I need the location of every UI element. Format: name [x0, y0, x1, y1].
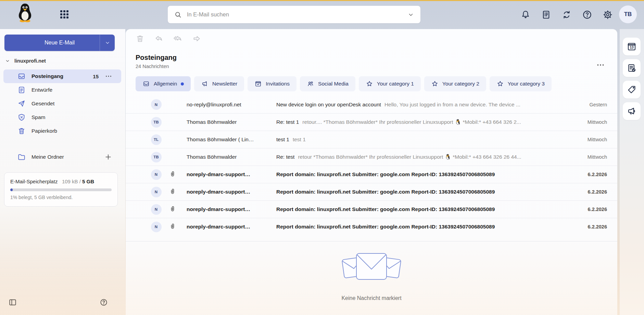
storage-quota-card: E-Mail-Speicherplatz 109 kB / 5 GB 1% be… [4, 172, 118, 207]
inbox-icon [17, 72, 26, 81]
sender-avatar: N [151, 222, 162, 232]
email-row[interactable]: Nno-reply@linuxprofi.netNew device login… [126, 96, 617, 113]
tab-your-category-3[interactable]: Your category 3 [490, 76, 552, 91]
tab-invitations[interactable]: Invitations [248, 76, 296, 91]
tab-allgemein[interactable]: Allgemein [136, 76, 191, 91]
folder-icon [17, 153, 26, 161]
reply-icon[interactable] [154, 34, 164, 43]
people-icon [307, 80, 314, 88]
email-sender: Thomas Böhmwalder [187, 119, 272, 125]
refresh-sync-icon[interactable] [561, 9, 572, 20]
storage-total: 5 GB [82, 179, 94, 184]
send-icon [17, 99, 26, 108]
email-sender: Thomas Böhmwalder ( Lin… [187, 136, 272, 143]
folder-label: Posteingang [31, 73, 93, 79]
tags-button[interactable] [623, 81, 641, 99]
account-tree-toggle[interactable]: linuxprofi.net [5, 58, 46, 64]
email-subject: Re: testretour *Thomas Böhmwalder* Ihr p… [276, 154, 564, 160]
tab-label: Your category 1 [377, 81, 414, 87]
sender-avatar: N [151, 204, 162, 215]
tab-newsletter[interactable]: Newsletter [194, 76, 244, 91]
search-input[interactable] [187, 11, 403, 18]
tasks-icon [627, 63, 637, 73]
email-row[interactable]: TBThomas BöhmwalderRe: test 1retour.... … [126, 113, 617, 131]
tux-logo[interactable] [17, 3, 33, 23]
message-count: 24 Nachrichten [136, 64, 177, 69]
tasks-button[interactable] [623, 59, 641, 77]
tab-social-media[interactable]: Social Media [300, 76, 355, 91]
help-circle-icon[interactable] [99, 298, 108, 307]
email-list: Nno-reply@linuxprofi.netNew device login… [126, 96, 617, 235]
paperclip-icon [169, 205, 176, 212]
chevron-down-icon [5, 58, 10, 64]
paperclip-icon [169, 170, 176, 178]
email-row[interactable]: Nnoreply-dmarc-support…Report domain: li… [126, 200, 617, 218]
folder-label: Gesendet [31, 101, 118, 107]
unread-dot [181, 82, 184, 86]
email-date: 6.2.2026 [568, 207, 607, 212]
settings-gear-icon[interactable] [602, 9, 613, 20]
folder-more-icon[interactable] [105, 73, 112, 80]
calendar-icon: 13 [627, 41, 637, 52]
sidebar-item-entw-rfe[interactable]: Entwürfe [3, 83, 121, 97]
list-options-more-icon[interactable] [596, 61, 605, 69]
sidebar-item-papierkorb[interactable]: Papierkorb [3, 124, 121, 138]
sidebar-collapse-icon[interactable] [8, 298, 17, 307]
calendar-button[interactable]: 13 [623, 38, 641, 55]
star-icon [431, 80, 439, 88]
sender-avatar: TL [151, 134, 162, 145]
notes-list-icon[interactable] [541, 9, 552, 20]
unread-count-badge: 15 [93, 74, 99, 79]
megaphone-icon [201, 80, 209, 88]
email-row[interactable]: TLThomas Böhmwalder ( Lin…test 1test 1Mi… [126, 131, 617, 148]
tab-your-category-1[interactable]: Your category 1 [359, 76, 421, 91]
tab-label: Your category 3 [508, 81, 545, 87]
sender-avatar: TB [151, 152, 162, 162]
user-avatar[interactable]: TB [619, 5, 637, 23]
announcements-button[interactable] [623, 102, 641, 120]
sender-avatar: TB [151, 117, 162, 128]
email-date: 6.2.2026 [568, 172, 607, 177]
search-options-chevron-icon[interactable] [407, 11, 414, 18]
compose-options-button[interactable] [100, 35, 115, 51]
add-folder-icon[interactable] [104, 153, 112, 161]
email-row[interactable]: TBThomas BöhmwalderRe: testretour *Thoma… [126, 148, 617, 166]
star-icon [366, 80, 373, 88]
forward-icon[interactable] [192, 34, 201, 43]
tab-your-category-2[interactable]: Your category 2 [424, 76, 486, 91]
paperclip-icon [169, 187, 176, 195]
folder-label: Papierkorb [31, 128, 118, 134]
storage-progress-fill [10, 188, 13, 191]
delete-icon[interactable] [135, 34, 145, 43]
sidebar-item-gesendet[interactable]: Gesendet [3, 97, 121, 110]
email-row[interactable]: Nnoreply-dmarc-support…Report domain: li… [126, 183, 617, 200]
email-subject: test 1test 1 [276, 136, 564, 143]
category-tabs: AllgemeinNewsletterInvitationsSocial Med… [136, 76, 552, 91]
folder-label: Entwürfe [31, 87, 118, 93]
compose-label: Neue E-Mail [4, 40, 100, 46]
notifications-bell-icon[interactable] [520, 9, 531, 20]
compose-button[interactable]: Neue E-Mail [4, 35, 115, 51]
email-row[interactable]: Nnoreply-dmarc-support…Report domain: li… [126, 166, 617, 183]
empty-state: Keine Nachricht markiert [126, 248, 617, 301]
sidebar-item-posteingang[interactable]: Posteingang15 [3, 69, 121, 83]
sidebar-item-spam[interactable]: Spam [3, 110, 121, 124]
reply-all-icon[interactable] [173, 34, 182, 43]
storage-title: E-Mail-Speicherplatz [10, 179, 58, 184]
email-date: Mittwoch [568, 137, 607, 142]
email-subject: Re: test 1retour.... *Thomas Böhmwalder*… [276, 119, 564, 125]
app-launcher-grid-icon[interactable] [60, 10, 69, 19]
draft-icon [17, 86, 26, 94]
empty-state-text: Keine Nachricht markiert [126, 295, 617, 301]
search-icon [174, 11, 182, 19]
paperclip-icon [169, 222, 176, 230]
help-icon[interactable] [582, 9, 593, 20]
email-subject: Report domain: linuxprofi.net Submitter:… [276, 171, 564, 178]
email-row[interactable]: Nnoreply-dmarc-support…Report domain: li… [126, 218, 617, 235]
sidebar-item-meine-ordner[interactable]: Meine Ordner [3, 150, 121, 164]
shield-icon [17, 113, 26, 122]
tab-label: Allgemein [154, 81, 177, 87]
search-bar [168, 6, 420, 23]
email-subject: Report domain: linuxprofi.net Submitter:… [276, 189, 564, 195]
email-subject: Report domain: linuxprofi.net Submitter:… [276, 224, 564, 230]
